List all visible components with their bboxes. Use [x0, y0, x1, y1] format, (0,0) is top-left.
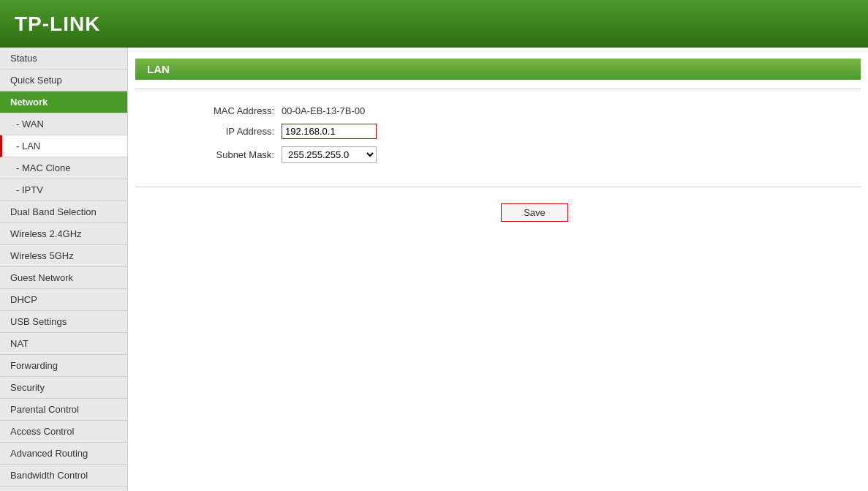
save-button-area: Save [201, 196, 868, 229]
sidebar-item-mac-clone[interactable]: - MAC Clone [0, 157, 127, 179]
divider-bottom [135, 187, 861, 187]
sidebar-item-usb-settings[interactable]: USB Settings [0, 311, 127, 333]
subnet-mask-row: Subnet Mask: 255.255.255.0255.255.0.0255… [135, 146, 861, 163]
sidebar-item-wireless-5[interactable]: Wireless 5GHz [0, 245, 127, 267]
sidebar-item-security[interactable]: Security [0, 377, 127, 399]
sidebar: StatusQuick SetupNetwork- WAN- LAN- MAC … [0, 48, 128, 491]
subnet-mask-select[interactable]: 255.255.255.0255.255.0.0255.0.0.0 [282, 146, 377, 163]
mac-address-row: MAC Address: 00-0A-EB-13-7B-00 [135, 105, 861, 116]
subnet-mask-label: Subnet Mask: [135, 149, 282, 160]
sidebar-item-wan[interactable]: - WAN [0, 113, 127, 135]
ip-address-row: IP Address: [135, 124, 861, 139]
save-button[interactable]: Save [501, 203, 568, 222]
sidebar-item-guest-network[interactable]: Guest Network [0, 267, 127, 289]
header: TP-LINK [0, 0, 868, 48]
divider-top [135, 89, 861, 89]
form-area: MAC Address: 00-0A-EB-13-7B-00 IP Addres… [128, 98, 868, 178]
sidebar-item-forwarding[interactable]: Forwarding [0, 355, 127, 377]
mac-address-value: 00-0A-EB-13-7B-00 [282, 105, 365, 116]
sidebar-item-parental-control[interactable]: Parental Control [0, 399, 127, 421]
sidebar-item-advanced-routing[interactable]: Advanced Routing [0, 443, 127, 465]
sidebar-item-nat[interactable]: NAT [0, 333, 127, 355]
sidebar-item-access-control[interactable]: Access Control [0, 421, 127, 443]
sidebar-item-bandwidth-control[interactable]: Bandwidth Control [0, 465, 127, 487]
sidebar-item-lan[interactable]: - LAN [0, 135, 127, 157]
sidebar-item-network[interactable]: Network [0, 91, 127, 113]
sidebar-item-iptv[interactable]: - IPTV [0, 179, 127, 201]
sidebar-item-ip-mac-binding[interactable]: IP & MAC Binding [0, 487, 127, 491]
sidebar-item-quick-setup[interactable]: Quick Setup [0, 70, 127, 91]
sidebar-item-status[interactable]: Status [0, 48, 127, 70]
ip-address-input[interactable] [282, 124, 377, 139]
sidebar-item-wireless-24[interactable]: Wireless 2.4GHz [0, 223, 127, 245]
mac-address-label: MAC Address: [135, 105, 282, 116]
logo: TP-LINK [15, 12, 100, 36]
sidebar-item-dhcp[interactable]: DHCP [0, 289, 127, 311]
layout: StatusQuick SetupNetwork- WAN- LAN- MAC … [0, 48, 868, 491]
main-content: LAN MAC Address: 00-0A-EB-13-7B-00 IP Ad… [128, 48, 868, 491]
sidebar-item-dual-band[interactable]: Dual Band Selection [0, 201, 127, 223]
section-title: LAN [135, 59, 861, 80]
ip-address-label: IP Address: [135, 126, 282, 137]
